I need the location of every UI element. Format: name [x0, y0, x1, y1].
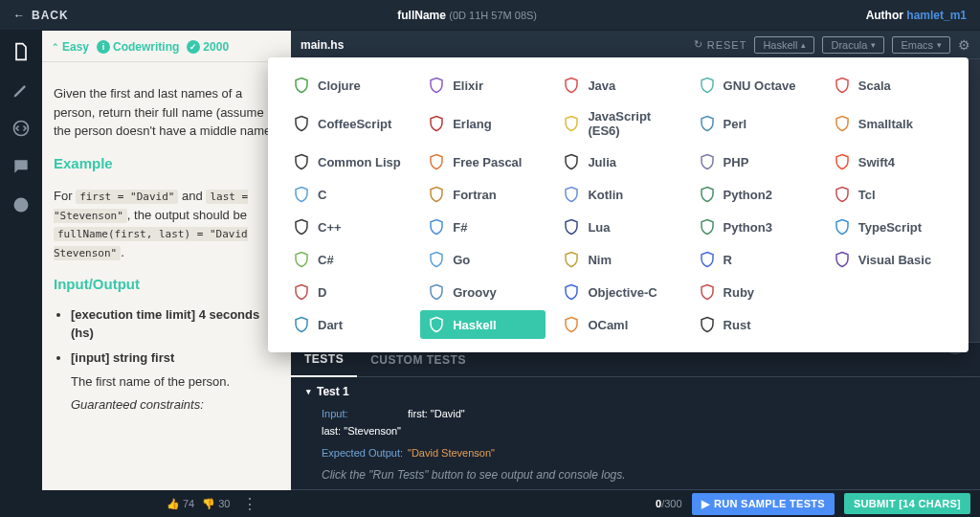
- title-area: fullName (0D 11H 57M 08S): [69, 9, 866, 22]
- language-option[interactable]: Rust: [691, 310, 816, 339]
- language-option[interactable]: Common Lisp: [285, 147, 411, 176]
- language-label: Python2: [724, 188, 772, 202]
- language-option[interactable]: Visual Basic: [826, 245, 951, 274]
- submit-button[interactable]: SUBMIT [14 CHARS]: [844, 493, 970, 514]
- code-icon[interactable]: [11, 119, 31, 138]
- author-name[interactable]: hamlet_m1: [906, 9, 967, 22]
- thumbs-down-icon: 👎: [202, 498, 215, 510]
- keymap-select[interactable]: Emacs▾: [892, 36, 950, 54]
- language-shield-icon: [699, 316, 716, 333]
- language-option[interactable]: D: [285, 278, 411, 306]
- language-option[interactable]: C: [285, 180, 411, 209]
- language-option[interactable]: TypeScript: [826, 213, 951, 241]
- language-select[interactable]: Haskell▴: [754, 36, 814, 54]
- file-icon[interactable]: [11, 42, 31, 61]
- language-dropdown[interactable]: ClojureElixirJavaGNU OctaveScalaCoffeeSc…: [268, 57, 969, 352]
- language-option[interactable]: Kotlin: [555, 180, 680, 209]
- language-label: JavaScript (ES6): [588, 109, 673, 138]
- language-label: Groovy: [453, 285, 497, 300]
- back-button[interactable]: ← BACK: [13, 9, 69, 22]
- language-shield-icon: [699, 251, 716, 268]
- language-option[interactable]: F#: [420, 213, 546, 241]
- language-option[interactable]: Tcl: [826, 180, 951, 209]
- problem-description: Given the first and last names of a pers…: [54, 84, 279, 141]
- language-shield-icon: [428, 186, 445, 203]
- chevron-down-icon: ▾: [306, 387, 311, 396]
- task-timer: (0D 11H 57M 08S): [449, 10, 537, 21]
- language-option[interactable]: GNU Octave: [691, 71, 816, 100]
- more-menu[interactable]: ⋮: [238, 495, 261, 513]
- language-option[interactable]: Python3: [691, 213, 816, 241]
- run-tests-button[interactable]: ▶RUN SAMPLE TESTS: [692, 493, 835, 515]
- language-option[interactable]: Python2: [691, 180, 816, 209]
- language-option[interactable]: Dart: [285, 310, 411, 339]
- language-option[interactable]: C++: [285, 213, 411, 241]
- downvote-button[interactable]: 👎30: [202, 498, 230, 510]
- language-shield-icon: [563, 115, 580, 132]
- test-header[interactable]: ▾Test 1: [306, 385, 965, 398]
- language-shield-icon: [293, 316, 310, 333]
- problem-meta: ⌃Easy iCodewriting ✓2000: [42, 31, 291, 62]
- language-shield-icon: [293, 77, 310, 94]
- language-option[interactable]: Lua: [555, 213, 680, 241]
- language-option[interactable]: Elixir: [420, 71, 546, 100]
- language-shield-icon: [293, 153, 310, 170]
- language-shield-icon: [428, 115, 445, 132]
- task-title: fullName: [397, 9, 446, 22]
- theme-select[interactable]: Dracula▾: [822, 36, 884, 54]
- language-label: Julia: [588, 155, 616, 169]
- language-shield-icon: [834, 251, 851, 268]
- pencil-icon[interactable]: [11, 80, 31, 100]
- language-shield-icon: [699, 115, 716, 132]
- language-label: Lua: [588, 220, 610, 235]
- arrow-left-icon: ←: [13, 9, 26, 22]
- language-shield-icon: [699, 186, 716, 203]
- example-heading: Example: [54, 153, 279, 175]
- problem-body: Given the first and last names of a pers…: [42, 62, 291, 429]
- language-shield-icon: [428, 153, 445, 170]
- language-shield-icon: [699, 77, 716, 94]
- language-option[interactable]: Java: [555, 71, 680, 100]
- language-option[interactable]: Erlang: [420, 103, 546, 144]
- language-option[interactable]: JavaScript (ES6): [555, 103, 680, 144]
- language-option[interactable]: C#: [285, 245, 411, 274]
- chat-icon[interactable]: [11, 157, 31, 176]
- language-option[interactable]: Free Pascal: [420, 147, 546, 176]
- test-hint: Click the "Run Tests" button to see outp…: [306, 462, 965, 482]
- language-option[interactable]: Clojure: [285, 71, 411, 100]
- info-icon[interactable]: [11, 195, 31, 214]
- play-icon: ▶: [702, 498, 709, 510]
- language-label: R: [724, 253, 732, 267]
- left-rail: [0, 31, 42, 517]
- language-option[interactable]: CoffeeScript: [285, 103, 411, 144]
- language-option[interactable]: Fortran: [420, 180, 546, 209]
- category-badge: iCodewriting: [97, 40, 179, 54]
- language-option[interactable]: Objective-C: [555, 278, 680, 306]
- language-shield-icon: [563, 77, 580, 94]
- language-label: Tcl: [858, 188, 876, 202]
- language-option[interactable]: OCaml: [555, 310, 680, 339]
- language-option[interactable]: Groovy: [420, 278, 546, 306]
- language-option[interactable]: Haskell: [420, 310, 546, 339]
- author-area: Author hamlet_m1: [866, 9, 967, 22]
- language-option[interactable]: Ruby: [691, 278, 816, 306]
- language-option[interactable]: Julia: [555, 147, 680, 176]
- reset-button[interactable]: ↻RESET: [694, 38, 747, 51]
- back-label: BACK: [32, 9, 69, 22]
- language-shield-icon: [563, 283, 580, 301]
- language-label: Visual Basic: [858, 253, 931, 267]
- language-shield-icon: [428, 77, 445, 94]
- problem-panel: ⌃Easy iCodewriting ✓2000 Given the first…: [42, 31, 291, 490]
- language-option[interactable]: R: [691, 245, 816, 274]
- language-option[interactable]: Perl: [691, 103, 816, 144]
- chevron-down-icon: ▾: [937, 40, 942, 50]
- language-option[interactable]: Scala: [826, 71, 951, 100]
- gear-icon[interactable]: ⚙: [958, 37, 970, 53]
- upvote-button[interactable]: 👍74: [167, 498, 194, 510]
- language-label: Kotlin: [588, 188, 623, 202]
- language-option[interactable]: Smalltalk: [826, 103, 951, 144]
- language-option[interactable]: Nim: [555, 245, 680, 274]
- language-option[interactable]: PHP: [691, 147, 816, 176]
- language-option[interactable]: Go: [420, 245, 546, 274]
- language-option[interactable]: Swift4: [826, 147, 951, 176]
